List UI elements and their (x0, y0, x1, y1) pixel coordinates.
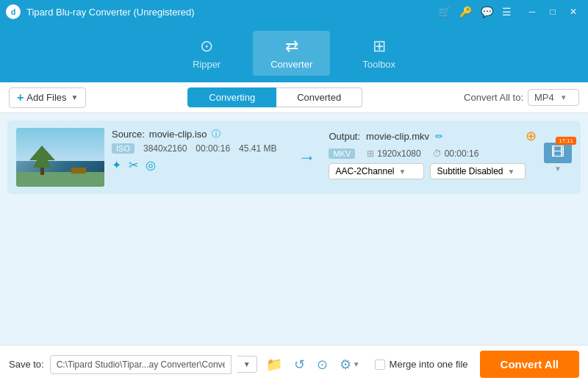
output-meta: MKV ⊞ 1920x1080 ⏱ 00:00:16 (329, 148, 537, 159)
ripper-icon: ⊙ (200, 37, 213, 56)
format-select[interactable]: MP4 ▼ (528, 89, 579, 106)
merge-label[interactable]: Merge into one file (375, 359, 468, 370)
plus-icon: + (17, 91, 24, 104)
convert-all-to: Convert All to: MP4 ▼ (464, 89, 579, 106)
subtitle-select[interactable]: Subtitle Disabled ▼ (430, 163, 526, 179)
nav-label-converter: Converter (270, 59, 312, 70)
convert-all-to-label: Convert All to: (464, 92, 523, 103)
output-line: Output: movie-clip.mkv ✏ ⊕ (329, 128, 537, 144)
convert-all-button[interactable]: Convert All (480, 351, 579, 378)
converter-icon: ⇄ (285, 37, 298, 56)
thumb-badge: 17:11 (556, 137, 576, 145)
output-panel: Output: movie-clip.mkv ✏ ⊕ MKV ⊞ 1920x10… (329, 128, 537, 179)
source-panel: Source: movie-clip.iso ⓘ ISO 3840x2160 0… (112, 128, 284, 172)
file-row: Source: movie-clip.iso ⓘ ISO 3840x2160 0… (7, 121, 581, 194)
source-line: Source: movie-clip.iso ⓘ (112, 128, 284, 140)
resolution-icon: ⊞ (367, 148, 374, 159)
nav-item-converter[interactable]: ⇄ Converter (253, 31, 330, 76)
maximize-button[interactable]: □ (544, 3, 562, 21)
thumbnail-button[interactable]: 🎞 17:11 ▼ (544, 143, 572, 173)
info-icon[interactable]: ⓘ (212, 128, 220, 140)
thumb-dropdown-icon: ▼ (554, 165, 562, 173)
film-icon: 🎞 (551, 145, 564, 160)
output-filename: movie-clip.mkv (366, 131, 429, 142)
app-title: Tipard Blu-ray Converter (Unregistered) (26, 7, 438, 18)
tab-converting[interactable]: Converting (187, 87, 276, 107)
window-controls: ─ □ ✕ (523, 3, 582, 21)
action-icons: ✦ ✂ ◎ (112, 158, 284, 172)
merge-checkbox[interactable] (375, 359, 385, 370)
nav-item-toolbox[interactable]: ⊞ Toolbox (345, 31, 413, 76)
output-duration: 00:00:16 (445, 148, 479, 159)
source-filename: movie-clip.iso (149, 129, 207, 140)
output-duration-item: ⏱ 00:00:16 (433, 148, 479, 159)
copy-icon[interactable]: ⊙ (314, 354, 331, 376)
content-area: Source: movie-clip.iso ⓘ ISO 3840x2160 0… (0, 113, 588, 345)
close-button[interactable]: ✕ (564, 3, 582, 21)
edit-icon[interactable]: ✏ (435, 131, 443, 142)
format-dropdown-icon: ▼ (560, 93, 567, 101)
output-resolution-item: ⊞ 1920x1080 (367, 148, 420, 159)
settings-dropdown-icon: ▼ (353, 360, 360, 368)
key-icon[interactable]: 🔑 (459, 6, 472, 18)
toolbox-icon: ⊞ (373, 37, 386, 56)
svg-marker-1 (29, 146, 55, 168)
minimize-button[interactable]: ─ (523, 3, 541, 21)
settings-button[interactable]: ⚙ ▼ (337, 354, 363, 376)
save-to-label: Save to: (9, 359, 44, 370)
tab-converted[interactable]: Converted (276, 87, 362, 107)
save-path-input[interactable] (50, 355, 232, 374)
cut-icon[interactable]: ✂ (129, 158, 138, 172)
title-bar: d Tipard Blu-ray Converter (Unregistered… (0, 0, 588, 24)
add-output-icon[interactable]: ⊕ (526, 128, 537, 144)
format-tag: ISO (112, 143, 135, 154)
output-label: Output: (329, 131, 360, 142)
duration: 00:00:16 (196, 143, 230, 154)
nav-bar: ⊙ Ripper ⇄ Converter ⊞ Toolbox (0, 24, 588, 82)
merge-text: Merge into one file (390, 359, 468, 370)
path-dropdown-button[interactable]: ▼ (237, 356, 257, 373)
refresh-icon[interactable]: ↺ (291, 354, 308, 376)
gear-icon: ⚙ (340, 357, 351, 373)
filesize: 45.41 MB (239, 143, 276, 154)
add-files-button[interactable]: + Add Files ▼ (9, 87, 86, 108)
toolbar: + Add Files ▼ Converting Converted Conve… (0, 82, 588, 113)
tab-group: Converting Converted (92, 87, 458, 107)
nav-item-ripper[interactable]: ⊙ Ripper (175, 31, 238, 76)
selects-row: AAC-2Channel ▼ Subtitle Disabled ▼ (329, 163, 537, 179)
bottom-bar: Save to: ▼ 📁 ↺ ⊙ ⚙ ▼ Merge into one file… (0, 345, 588, 383)
file-thumbnail (16, 128, 104, 187)
convert-arrow-icon: → (292, 147, 321, 168)
format-value: MP4 (534, 92, 554, 103)
cart-icon[interactable]: 🛒 (438, 6, 451, 18)
menu-icon[interactable]: ☰ (502, 6, 512, 18)
source-label: Source: (112, 129, 145, 140)
file-meta: ISO 3840x2160 00:00:16 45.41 MB (112, 143, 284, 154)
subtitle-dropdown-icon: ▼ (508, 168, 515, 176)
title-bar-icons: 🛒 🔑 💬 ☰ (438, 6, 512, 18)
output-format-tag: MKV (329, 148, 355, 159)
output-resolution: 1920x1080 (377, 148, 420, 159)
settings-action-icon[interactable]: ✦ (112, 158, 121, 172)
dropdown-arrow-icon: ▼ (71, 93, 79, 101)
folder-icon[interactable]: 📁 (263, 354, 285, 376)
nav-label-ripper: Ripper (193, 59, 220, 70)
thumb-box: 🎞 17:11 (544, 143, 572, 163)
subtitle-value: Subtitle Disabled (437, 166, 503, 176)
add-files-label: Add Files (26, 92, 66, 103)
nav-label-toolbox: Toolbox (362, 59, 395, 70)
audio-select[interactable]: AAC-2Channel ▼ (329, 163, 424, 179)
effect-icon[interactable]: ◎ (146, 158, 156, 172)
clock-icon: ⏱ (433, 148, 442, 159)
audio-dropdown-icon: ▼ (399, 168, 406, 176)
bottom-icons: 📁 ↺ ⊙ ⚙ ▼ (263, 354, 363, 376)
app-logo: d (6, 4, 21, 19)
resolution: 3840x2160 (143, 143, 187, 154)
chat-icon[interactable]: 💬 (481, 6, 493, 18)
audio-value: AAC-2Channel (335, 166, 394, 176)
